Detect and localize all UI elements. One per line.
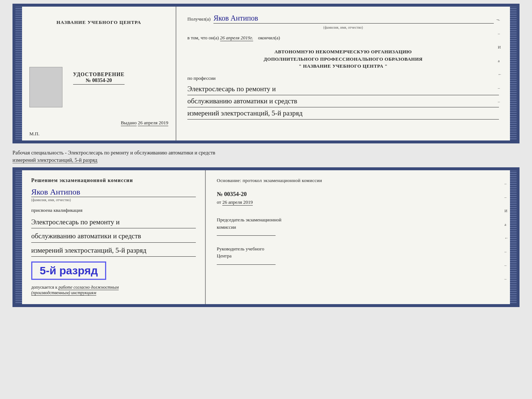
date-value: 26 апреля 2019 (222, 199, 253, 206)
training-center-label: НАЗВАНИЕ УЧЕБНОГО ЦЕНТРА (57, 19, 141, 25)
photo-placeholder (29, 67, 62, 107)
допускается-prefix: допускается к (31, 285, 57, 290)
bottom-side-marks: – – И а ← – – – (504, 181, 508, 281)
osnovaniye-text: Основание: протокол экзаменационной коми… (217, 178, 499, 184)
profession-label: по профессии (187, 75, 499, 81)
side-marks: – – И а ← – – (498, 18, 502, 104)
profession-line3: измерений электростанций, 5-й разряд (187, 107, 499, 120)
org-line3: " НАЗВАНИЕ УЧЕБНОГО ЦЕНТРА " (187, 63, 499, 70)
cert-spine-right (510, 7, 517, 140)
certificate-book: НАЗВАНИЕ УЧЕБНОГО ЦЕНТРА УДОСТОВЕРЕНИЕ №… (12, 4, 520, 143)
qualification-line3: измерений электростанций, 5-й разряд (31, 245, 196, 257)
profession-line1: Электрослесарь по ремонту и (187, 83, 499, 95)
date-value: 26 апреля 2019г. (220, 35, 253, 41)
cert-left-page: НАЗВАНИЕ УЧЕБНОГО ЦЕНТРА УДОСТОВЕРЕНИЕ №… (22, 7, 176, 140)
head-title: Руководитель учебного (217, 245, 499, 253)
head-block: Руководитель учебного Центра (217, 245, 499, 267)
person-name: Яков Антипов (31, 187, 196, 197)
qualification-label: присвоена квалификация (31, 207, 196, 213)
protocol-date: от 26 апреля 2019 (217, 199, 499, 205)
razryad-badge: 5-й разряд (31, 261, 106, 280)
bottom-book: Решением экзаменационной комиссии Яков А… (12, 167, 520, 307)
qualification-line2: обслуживанию автоматики и средств (31, 230, 196, 242)
cert-main-text: АВТОНОМНУЮ НЕКОММЕРЧЕСКУЮ ОРГАНИЗАЦИЮ ДО… (187, 48, 499, 70)
bottom-right-page: Основание: протокол экзаменационной коми… (206, 170, 510, 304)
bottom-spine-right (510, 170, 517, 304)
cert-vydano: Выдано 26 апреля 2019 (121, 120, 168, 126)
date-suffix: окончил(а) (258, 35, 280, 40)
vydano-date: 26 апреля 2019 (138, 120, 168, 126)
chairman-block: Председатель экзаменационной комиссии (217, 216, 499, 238)
head-subtitle: Центра (217, 252, 499, 260)
bottom-left-page: Решением экзаменационной комиссии Яков А… (22, 170, 206, 304)
org-line1: АВТОНОМНУЮ НЕКОММЕРЧЕСКУЮ ОРГАНИЗАЦИЮ (187, 48, 499, 56)
fio-hint2: (фамилия, имя, отчество) (31, 198, 196, 202)
cert-udostoverenie: УДОСТОВЕРЕНИЕ № 00354-20 (73, 72, 125, 85)
bottom-spine-left (15, 170, 22, 304)
допускается-text: допускается к работе согласно должностны… (31, 285, 196, 296)
decision-text: Решением экзаменационной комиссии (31, 178, 196, 184)
cert-right-page: Получил(а) Яков Антипов – (фамилия, имя,… (176, 7, 510, 140)
specialty-text: Рабочая специальность - Электрослесарь п… (12, 146, 520, 164)
udostoverenie-number: № 00354-20 (73, 78, 125, 85)
chairman-signature-line (217, 235, 276, 236)
recipient-name: Яков Антипов (213, 14, 493, 24)
chairman-subtitle: комиссии (217, 224, 499, 231)
cert-spine-left (15, 7, 22, 140)
cert-date-line: в том, что он(а) 26 апреля 2019г. окончи… (187, 35, 499, 41)
инструкциям: (производственным) инструкциям (31, 290, 96, 296)
date-prefix: от (217, 199, 221, 205)
qualification-line1: Электрослесарь по ремонту и (31, 216, 196, 228)
specialty-main: Рабочая специальность - Электрослесарь п… (12, 150, 215, 156)
mp-label: М.П. (29, 131, 39, 137)
document-container: НАЗВАНИЕ УЧЕБНОГО ЦЕНТРА УДОСТОВЕРЕНИЕ №… (12, 4, 520, 307)
udostoverenie-title: УДОСТОВЕРЕНИЕ (73, 72, 125, 78)
profession-line2: обслуживанию автоматики и средств (187, 95, 499, 107)
org-line2: ДОПОЛНИТЕЛЬНОГО ПРОФЕССИОНАЛЬНОГО ОБРАЗО… (187, 56, 499, 63)
protocol-number: № 00354-20 (217, 191, 499, 197)
specialty-secondary: измерений электростанций, 5-й разряд (12, 157, 97, 163)
chairman-title: Председатель экзаменационной (217, 216, 499, 224)
recipient-line: Получил(а) Яков Антипов – (187, 14, 499, 24)
head-signature-line (217, 264, 276, 265)
допускается-main: работе согласно должностным (58, 285, 119, 290)
vydano-label: Выдано (121, 120, 137, 126)
recipient-label: Получил(а) (187, 16, 211, 22)
fio-hint: (фамилия, имя, отчество) (187, 25, 499, 29)
date-prefix: в том, что он(а) (187, 35, 219, 40)
